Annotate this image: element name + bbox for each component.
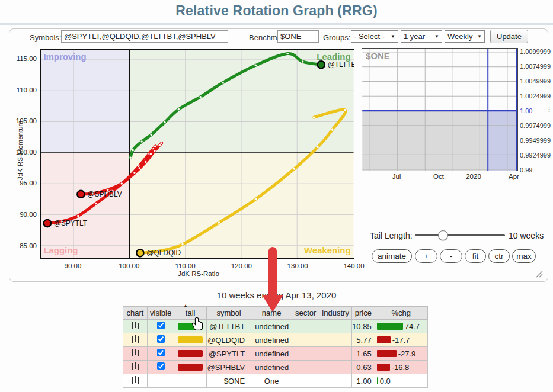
column-header-symbol[interactable]: symbol: [207, 307, 251, 320]
tail-color-swatch-@SPHBLV[interactable]: [178, 364, 203, 371]
visible-checkbox-@SPHBLV[interactable]: [157, 362, 165, 370]
max-button[interactable]: max: [512, 249, 536, 263]
rrg-x-tick: 90.00: [65, 262, 82, 269]
pct-change-value: 74.7: [405, 322, 420, 331]
zoom-in-button[interactable]: +: [415, 249, 437, 263]
price-cell: 1.00: [352, 374, 375, 388]
visible-checkbox-@QLDQID[interactable]: [157, 335, 165, 343]
groups-select[interactable]: - Select - ▼: [351, 30, 398, 43]
symbol-cell[interactable]: @SPYTLT: [207, 347, 251, 361]
benchmark-value-handle[interactable]: ⋮: [546, 105, 552, 113]
tail-length-slider-thumb[interactable]: [438, 230, 448, 240]
candlestick-chart-icon[interactable]: [131, 362, 140, 371]
pct-change-bar: [377, 377, 378, 384]
interval-select[interactable]: Weekly ▼: [445, 30, 485, 43]
symbols-input[interactable]: [61, 30, 228, 43]
quadrant-label-lagging: Lagging: [43, 246, 78, 255]
industry-cell: [319, 333, 352, 347]
benchmark-chart[interactable]: $ONE: [362, 48, 518, 171]
endpoint-marker-@TLTTBT[interactable]: [318, 61, 325, 68]
period-select-value: 1 year: [404, 32, 425, 41]
sector-cell: [292, 361, 319, 374]
candlestick-chart-icon[interactable]: [131, 322, 140, 330]
pct-change-cell: -16.8: [375, 361, 427, 374]
pct-change-value: -17.7: [392, 336, 410, 345]
quadrant-label-weakening: Weakening: [304, 246, 350, 255]
rrg-x-tick: 100.00: [119, 262, 139, 269]
benchmark-y-tick: 0.9974999: [520, 122, 551, 129]
rrg-y-tick: 115.00: [9, 55, 37, 62]
endpoint-marker-@SPYTLT[interactable]: [44, 220, 51, 227]
column-header-sector[interactable]: sector: [292, 307, 319, 320]
industry-cell: [319, 347, 352, 361]
benchmark-selection-region[interactable]: [488, 111, 517, 171]
name-cell: undefined: [251, 333, 292, 347]
fit-button[interactable]: fit: [465, 249, 486, 263]
rrg-x-axis-title: JdK RS-Ratio: [166, 270, 231, 277]
rrg-x-tick: 120.00: [231, 262, 252, 269]
benchmark-x-tick: Apr: [509, 173, 519, 180]
column-header-visible[interactable]: visible: [148, 307, 174, 320]
zoom-out-button[interactable]: -: [440, 249, 462, 263]
symbol-cell[interactable]: @TLTTBT: [207, 320, 251, 333]
tail-length-slider-track[interactable]: [415, 234, 505, 236]
column-header-pctchg[interactable]: %chg: [375, 307, 427, 320]
pct-change-cell: 74.7: [375, 320, 427, 333]
symbols-label: Symbols:: [30, 33, 61, 42]
endpoint-marker-@QLDQID[interactable]: [136, 249, 143, 256]
candlestick-chart-icon[interactable]: [131, 376, 140, 384]
benchmark-y-tick: 1.0074999: [520, 63, 551, 70]
rrg-x-tick: 130.00: [287, 262, 308, 269]
groups-label: Groups:: [323, 33, 350, 42]
benchmark-x-tick: Jul: [392, 173, 401, 180]
ctr-button[interactable]: ctr: [488, 249, 510, 263]
endpoint-label-@QLDQID: @QLDQID: [146, 249, 181, 257]
annotation-arrow-head: [262, 295, 283, 312]
sector-cell: [292, 333, 319, 347]
symbol-cell[interactable]: $ONE: [207, 374, 251, 388]
name-cell: undefined: [251, 347, 292, 361]
visible-checkbox-@SPYTLT[interactable]: [157, 349, 165, 356]
update-button[interactable]: Update: [490, 30, 528, 43]
chevron-down-icon: ▼: [391, 34, 395, 39]
table-row-@SPHBLV: @SPHBLVundefined0.63-16.8: [123, 361, 428, 374]
price-cell: 10.85: [352, 320, 375, 333]
table-row-@QLDQID: @QLDQIDundefined5.77-17.7: [123, 333, 428, 347]
benchmark-x-tick: Oct: [433, 173, 444, 180]
header-divider: [0, 23, 553, 25]
tail-color-swatch-@SPYTLT[interactable]: [178, 350, 203, 357]
name-cell: undefined: [251, 361, 292, 374]
animate-button[interactable]: animate: [372, 249, 412, 263]
benchmark-title: $ONE: [366, 52, 390, 61]
benchmark-y-tick: 1.0024999: [520, 92, 551, 99]
symbol-cell[interactable]: @QLDQID: [207, 333, 251, 347]
groups-select-value: - Select -: [354, 32, 385, 41]
visible-checkbox-@TLTTBT[interactable]: [157, 322, 165, 329]
quadrant-improving: [41, 50, 129, 153]
annotation-arrow: [268, 247, 277, 296]
sector-cell: [292, 320, 319, 333]
name-cell: undefined: [251, 320, 292, 333]
column-header-industry[interactable]: industry: [319, 307, 352, 320]
period-select[interactable]: 1 year ▼: [401, 30, 442, 43]
resize-handle-icon[interactable]: [535, 269, 544, 278]
candlestick-chart-icon[interactable]: [131, 349, 140, 357]
symbol-cell[interactable]: @SPHBLV: [207, 361, 251, 374]
rrg-y-axis-title: JdK RS-Momentum: [17, 112, 24, 189]
endpoint-marker-@SPHBLV[interactable]: [77, 191, 84, 198]
pct-change-cell: -27.9: [375, 347, 427, 361]
tail-length-label: Tail Length:: [370, 231, 413, 240]
candlestick-chart-icon[interactable]: [131, 335, 140, 343]
tail-color-swatch-@QLDQID[interactable]: [178, 336, 203, 343]
column-header-chart[interactable]: chart: [123, 307, 148, 320]
pct-change-value: 0.0: [380, 377, 391, 385]
column-header-price[interactable]: price: [352, 307, 375, 320]
quadrant-lagging: [41, 153, 129, 258]
benchmark-x-tick: 2020: [466, 173, 481, 180]
symbols-table: chartvisibletailsymbolnamesectorindustry…: [123, 306, 428, 388]
benchmark-y-tick: 0.9949999: [520, 137, 551, 144]
rrg-y-tick: 110.00: [9, 86, 37, 94]
benchmark-input[interactable]: [277, 30, 319, 43]
rrg-chart[interactable]: ImprovingLeadingLaggingWeakening@TLTTBT@…: [40, 49, 354, 259]
industry-cell: [319, 361, 352, 374]
